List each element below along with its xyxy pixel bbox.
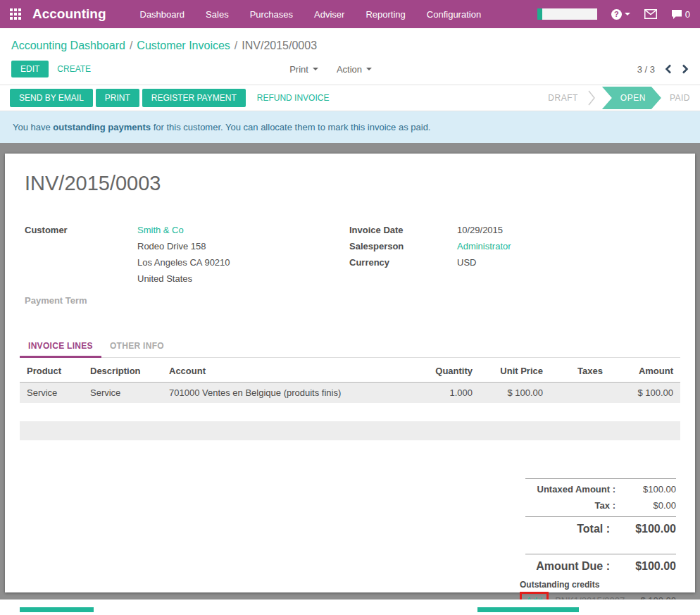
- col-unit-price: Unit Price: [480, 360, 550, 383]
- print-dropdown[interactable]: Print: [289, 64, 318, 75]
- chevron-right-icon: [682, 64, 689, 74]
- create-button[interactable]: CREATE: [49, 61, 99, 77]
- tab-invoice-lines[interactable]: INVOICE LINES: [20, 337, 101, 358]
- banner-text-post: for this customer. You can allocate them…: [151, 122, 430, 132]
- outstanding-credits-label: Outstanding credits: [520, 580, 676, 590]
- invoice-date-label: Invoice Date: [349, 222, 457, 238]
- breadcrumb-separator: /: [235, 39, 237, 51]
- breadcrumb: Accounting Dashboard/Customer Invoices/I…: [11, 39, 689, 52]
- menu-reporting[interactable]: Reporting: [365, 9, 405, 20]
- cell-quantity: 1.000: [413, 383, 480, 404]
- action-dropdown[interactable]: Action: [337, 64, 372, 75]
- state-paid[interactable]: PAID: [670, 93, 690, 103]
- action-dropdown-label: Action: [337, 64, 362, 75]
- chevron-down-icon: [366, 68, 372, 70]
- menu-sales[interactable]: Sales: [206, 9, 229, 20]
- amount-due-label: Amount Due :: [525, 560, 620, 573]
- amount-due-value: $100.00: [620, 560, 676, 573]
- tab-other-info[interactable]: OTHER INFO: [101, 337, 173, 357]
- untaxed-amount-label: Untaxed Amount :: [525, 484, 625, 495]
- breadcrumb-customer-invoices[interactable]: Customer Invoices: [137, 39, 230, 51]
- status-pipeline: DRAFT OPEN PAID: [548, 87, 690, 109]
- salesperson-label: Salesperson: [349, 238, 457, 254]
- outstanding-payments-banner: You have outstanding payments for this c…: [0, 111, 700, 143]
- app-title: Accounting: [32, 6, 106, 22]
- pager-previous-button[interactable]: [665, 64, 672, 74]
- send-message-button[interactable]: [20, 607, 94, 612]
- menu-dashboard[interactable]: Dashboard: [140, 9, 185, 20]
- chevron-down-icon: [625, 13, 630, 15]
- cell-unit-price: $ 100.00: [480, 383, 550, 404]
- send-by-email-button[interactable]: SEND BY EMAIL: [10, 89, 93, 107]
- customer-label: Customer: [25, 222, 137, 238]
- apps-grid-icon[interactable]: [10, 8, 21, 20]
- total-label: Total :: [525, 523, 620, 535]
- cell-product: Service: [20, 383, 83, 404]
- invoice-lines-table: Product Description Account Quantity Uni…: [20, 360, 680, 403]
- cell-account: 701000 Ventes en Belgique (produits fini…: [162, 383, 413, 404]
- banner-text-pre: You have: [13, 122, 53, 132]
- cell-description: Service: [83, 383, 162, 404]
- col-taxes: Taxes: [550, 360, 610, 383]
- tax-label: Tax :: [525, 500, 625, 511]
- menu-adviser[interactable]: Adviser: [314, 9, 344, 20]
- banner-text-bold: outstanding payments: [53, 122, 151, 132]
- menu-purchases[interactable]: Purchases: [250, 9, 293, 20]
- col-product: Product: [20, 360, 83, 383]
- log-internal-note-button[interactable]: [477, 607, 579, 612]
- state-draft[interactable]: DRAFT: [548, 93, 578, 103]
- help-icon: ?: [611, 9, 622, 20]
- invoice-sheet: INV/2015/0003 Customer Smith & Co Rodeo …: [5, 154, 695, 592]
- chevron-left-icon: [665, 64, 672, 74]
- currency-value: USD: [457, 254, 476, 271]
- notebook-tabs: INVOICE LINES OTHER INFO: [20, 337, 680, 358]
- state-open[interactable]: OPEN: [602, 87, 661, 109]
- messages-menu[interactable]: 0: [671, 9, 690, 20]
- empty-table-footer: [20, 421, 680, 440]
- table-header-row: Product Description Account Quantity Uni…: [20, 360, 680, 383]
- col-quantity: Quantity: [413, 360, 480, 383]
- navbar-menu: Dashboard Sales Purchases Adviser Report…: [140, 9, 482, 20]
- cell-amount: $ 100.00: [610, 383, 680, 404]
- top-navbar: Accounting Dashboard Sales Purchases Adv…: [0, 0, 700, 28]
- invoice-date-value: 10/29/2015: [457, 222, 503, 238]
- totals-block: Untaxed Amount : $100.00 Tax : $0.00 Tot…: [525, 478, 676, 578]
- col-amount: Amount: [610, 360, 680, 383]
- print-button[interactable]: PRINT: [96, 89, 139, 107]
- form-background: INV/2015/0003 Customer Smith & Co Rodeo …: [0, 143, 700, 600]
- col-account: Account: [162, 360, 413, 383]
- customer-address-line: United States: [137, 271, 230, 287]
- col-description: Description: [83, 360, 162, 383]
- breadcrumb-accounting-dashboard[interactable]: Accounting Dashboard: [11, 39, 125, 51]
- currency-label: Currency: [349, 254, 457, 271]
- chat-bubble-icon: [671, 9, 682, 20]
- payment-term-label: Payment Term: [25, 292, 87, 309]
- salesperson-link[interactable]: Administrator: [457, 241, 511, 251]
- customer-link[interactable]: Smith & Co: [137, 225, 184, 235]
- table-row[interactable]: Service Service 701000 Ventes en Belgiqu…: [20, 383, 680, 404]
- chatter-area: [0, 600, 700, 612]
- control-panel: Accounting Dashboard/Customer Invoices/I…: [0, 28, 700, 85]
- pager-value: 3 / 3: [637, 64, 655, 75]
- print-dropdown-label: Print: [289, 64, 308, 75]
- chevron-separator-icon: [588, 89, 595, 106]
- total-value: $100.00: [620, 523, 676, 535]
- register-payment-button[interactable]: REGISTER PAYMENT: [142, 89, 246, 107]
- edit-button[interactable]: EDIT: [11, 61, 49, 77]
- chevron-down-icon: [313, 68, 318, 70]
- messages-count: 0: [685, 9, 690, 20]
- help-menu[interactable]: ?: [611, 9, 630, 20]
- user-status-indicator: [537, 8, 542, 20]
- customer-address-line: Los Angeles CA 90210: [137, 254, 230, 271]
- envelope-icon[interactable]: [644, 9, 657, 19]
- breadcrumb-separator: /: [130, 39, 132, 51]
- untaxed-amount-value: $100.00: [625, 484, 676, 495]
- customer-address-line: Rodeo Drive 158: [137, 238, 230, 254]
- breadcrumb-current: INV/2015/0003: [242, 39, 317, 51]
- refund-invoice-button[interactable]: REFUND INVOICE: [249, 89, 338, 106]
- menu-configuration[interactable]: Configuration: [427, 9, 481, 20]
- cell-taxes: [550, 383, 610, 404]
- tax-value: $0.00: [625, 500, 676, 511]
- user-menu[interactable]: [537, 8, 597, 20]
- pager-next-button[interactable]: [682, 64, 689, 74]
